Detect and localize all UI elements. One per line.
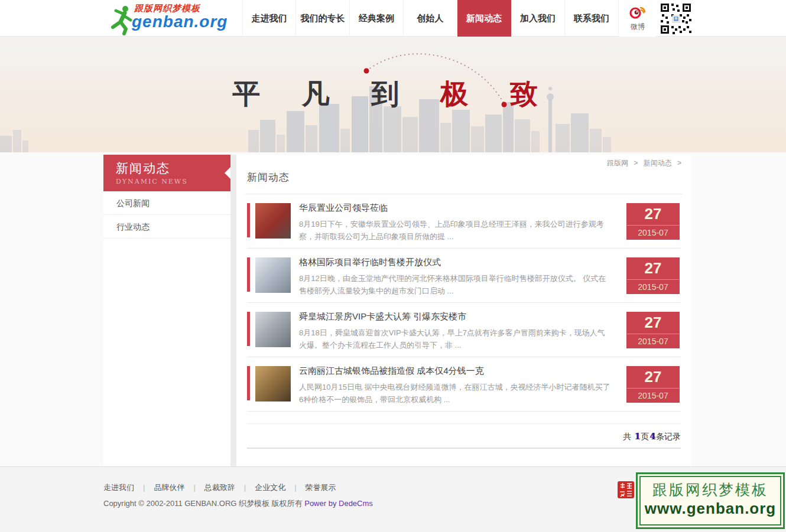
news-title-link[interactable]: 云南丽江古城银饰品被指造假 成本仅4分钱一克 <box>299 365 612 377</box>
breadcrumb: 跟版网 > 新闻动态 > <box>605 158 683 168</box>
nav-item-news[interactable]: 新闻动态 <box>457 0 511 37</box>
main-content: 跟版网 > 新闻动态 > 新闻动态 华辰置业公司领导莅临 8月19日下午，安徽华… <box>236 155 691 466</box>
pagination-page-suffix: 页 <box>641 432 649 441</box>
genban-badge-title: 跟版网织梦模板 <box>641 480 780 500</box>
sidebar-notch-icon <box>225 167 230 179</box>
banner-slogan-red: 极 致 <box>415 77 554 110</box>
news-accent-bar <box>247 257 250 292</box>
page: 跟版网织梦模板 genban.org 走进我们 我们的专长 经典案例 创始人 新… <box>0 0 786 532</box>
footer-links: 走进我们|品牌伙伴|总裁致辞|企业文化|荣誉展示 <box>103 482 336 493</box>
news-item: 华辰置业公司领导莅临 8月19日下午，安徽华辰置业公司领导、上品印象项目总经理王… <box>247 194 681 249</box>
pagination-page-number: 1 <box>634 432 641 441</box>
weibo-label: 微博 <box>619 22 656 32</box>
news-text: 舜皇城江景房VIP卡盛大认筹 引爆东安楼市 8月18日，舜皇城喜迎首次VIP卡盛… <box>299 311 612 351</box>
footer-link-culture[interactable]: 企业文化 <box>255 483 285 492</box>
nav-item-cases[interactable]: 经典案例 <box>350 0 404 37</box>
qr-code <box>660 2 692 35</box>
news-accent-bar <box>247 312 250 346</box>
hero-banner: 平 凡 到 极 致 <box>0 37 786 152</box>
pagination: 共 1页4条记录 <box>247 423 681 449</box>
news-item: 云南丽江古城银饰品被指造假 成本仅4分钱一克 人民网10月15日电 据中央电视台… <box>247 357 681 412</box>
news-title-link[interactable]: 华辰置业公司领导莅临 <box>299 203 612 214</box>
news-date-day: 27 <box>627 257 679 280</box>
banner-slogan: 平 凡 到 极 致 <box>0 76 786 113</box>
breadcrumb-separator: > <box>634 159 638 167</box>
news-date-badge: 27 2015-07 <box>626 312 680 348</box>
nav-item-contact[interactable]: 联系我们 <box>565 0 619 37</box>
news-date-day: 27 <box>627 203 679 226</box>
news-date-day: 27 <box>627 312 679 334</box>
footer-link-separator: | <box>193 483 195 492</box>
main-nav: 走进我们 我们的专长 经典案例 创始人 新闻动态 加入我们 联系我们 <box>242 0 619 37</box>
pagination-prefix: 共 <box>623 432 634 441</box>
nav-item-join[interactable]: 加入我们 <box>511 0 565 37</box>
nav-item-about[interactable]: 走进我们 <box>242 0 296 37</box>
logo-domain-text: genban.org <box>132 12 228 31</box>
sidebar-title: 新闻动态 <box>116 160 230 177</box>
news-thumbnail[interactable] <box>255 366 291 402</box>
news-item: 格林国际项目举行临时售楼开放仪式 8月12日晚，由金玉堂地产代理的河北怀来格林国… <box>247 249 681 303</box>
footer-link-separator: | <box>294 483 296 492</box>
weibo-link[interactable]: 微博 <box>619 0 656 37</box>
news-summary: 人民网10月15日电 据中央电视台财经频道微博，在丽江古城，央视经济半小时记者随… <box>299 381 612 406</box>
breadcrumb-current[interactable]: 新闻动态 <box>644 159 672 167</box>
pagination-count-suffix: 条记录 <box>656 432 681 441</box>
news-summary: 8月12日晚，由金玉堂地产代理的河北怀来格林国际项目举行临时售楼部开放仪式。 仪… <box>299 272 612 297</box>
news-date-day: 27 <box>627 366 679 389</box>
news-text: 云南丽江古城银饰品被指造假 成本仅4分钱一克 人民网10月15日电 据中央电视台… <box>299 365 612 406</box>
news-date-month: 2015-07 <box>626 226 680 240</box>
footer-link-speech[interactable]: 总裁致辞 <box>204 483 235 492</box>
copyright-text: Copyright © 2002-2011 GENBAN.ORG 织梦模板 版权… <box>103 499 304 508</box>
news-summary: 8月19日下午，安徽华辰置业公司领导、上品印象项目总经理王泽丽，来我公司进行参观… <box>299 218 612 243</box>
header: 跟版网织梦模板 genban.org 走进我们 我们的专长 经典案例 创始人 新… <box>0 0 786 37</box>
news-summary: 8月18日，舜皇城喜迎首次VIP卡盛大认筹，早上7点就有许多客户冒雨前来购卡，现… <box>299 327 612 351</box>
footer-link-separator: | <box>143 483 145 492</box>
footer-link-honor[interactable]: 荣誉展示 <box>306 483 336 492</box>
footer: 走进我们|品牌伙伴|总裁致辞|企业文化|荣誉展示 Copyright © 200… <box>0 466 786 532</box>
breadcrumb-separator: > <box>677 159 681 167</box>
nav-item-founder[interactable]: 创始人 <box>404 0 457 37</box>
dedecms-link[interactable]: Power by DedeCms <box>304 499 373 508</box>
seal-stamp-icon <box>617 480 635 500</box>
news-accent-bar <box>247 203 250 237</box>
banner-slogan-dark: 平 凡 到 <box>232 77 415 110</box>
news-accent-bar <box>247 366 250 400</box>
news-item: 舜皇城江景房VIP卡盛大认筹 引爆东安楼市 8月18日，舜皇城喜迎首次VIP卡盛… <box>247 303 681 357</box>
news-date-month: 2015-07 <box>626 334 680 348</box>
news-thumbnail[interactable] <box>255 312 291 347</box>
footer-link-partners[interactable]: 品牌伙伴 <box>154 483 184 492</box>
news-date-badge: 27 2015-07 <box>626 257 680 294</box>
sidebar: 新闻动态 DYNAMIC NEWS 公司新闻 行业动态 <box>103 155 230 466</box>
sidebar-subtitle: DYNAMIC NEWS <box>116 178 230 185</box>
sidebar-header: 新闻动态 DYNAMIC NEWS <box>103 155 230 191</box>
news-title-link[interactable]: 舜皇城江景房VIP卡盛大认筹 引爆东安楼市 <box>299 311 612 322</box>
sidebar-item-industry-news[interactable]: 行业动态 <box>103 215 230 239</box>
nav-item-expertise[interactable]: 我们的专长 <box>296 0 350 37</box>
news-date-month: 2015-07 <box>626 389 680 403</box>
footer-link-separator: | <box>244 483 246 492</box>
pagination-record-count: 4 <box>649 432 656 441</box>
genban-badge-frame: 跟版网织梦模板 www.genban.org <box>639 476 781 526</box>
genban-badge-url: www.genban.org <box>641 500 780 518</box>
news-thumbnail[interactable] <box>255 257 291 293</box>
breadcrumb-home[interactable]: 跟版网 <box>607 159 628 167</box>
news-date-badge: 27 2015-07 <box>626 366 680 403</box>
site-logo[interactable]: 跟版网织梦模板 genban.org <box>109 2 228 35</box>
copyright: Copyright © 2002-2011 GENBAN.ORG 织梦模板 版权… <box>103 498 373 509</box>
news-list: 华辰置业公司领导莅临 8月19日下午，安徽华辰置业公司领导、上品印象项目总经理王… <box>247 194 681 412</box>
weibo-icon <box>628 4 647 19</box>
news-title-link[interactable]: 格林国际项目举行临时售楼开放仪式 <box>299 257 612 268</box>
news-date-month: 2015-07 <box>626 280 680 294</box>
sidebar-item-company-news[interactable]: 公司新闻 <box>103 191 230 215</box>
news-text: 格林国际项目举行临时售楼开放仪式 8月12日晚，由金玉堂地产代理的河北怀来格林国… <box>299 257 612 297</box>
footer-link-about[interactable]: 走进我们 <box>103 483 134 492</box>
genban-watermark-badge[interactable]: 跟版网织梦模板 www.genban.org <box>636 472 785 529</box>
news-date-badge: 27 2015-07 <box>626 203 680 240</box>
column-gap <box>230 155 236 466</box>
news-text: 华辰置业公司领导莅临 8月19日下午，安徽华辰置业公司领导、上品印象项目总经理王… <box>299 203 612 243</box>
news-thumbnail[interactable] <box>255 203 291 239</box>
